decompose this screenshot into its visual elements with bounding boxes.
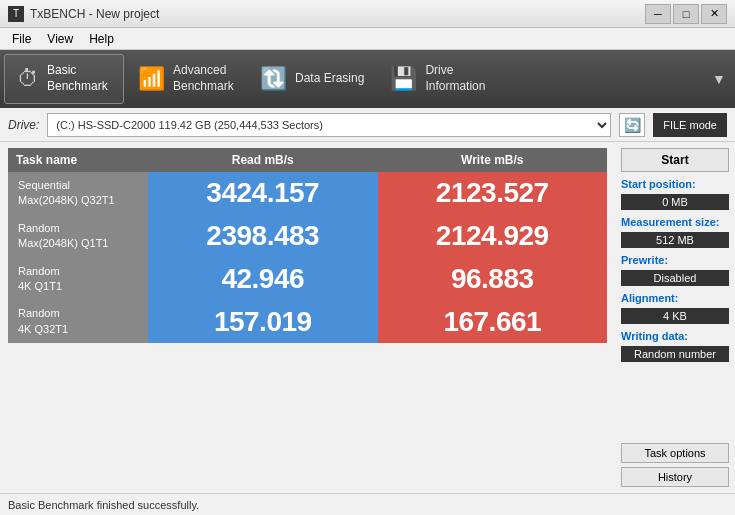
toolbar: ⏱ BasicBenchmark 📶 AdvancedBenchmark 🔃 D… [0, 50, 735, 108]
benchmark-table-area: Task name Read mB/s Write mB/s Sequentia… [0, 142, 615, 493]
tab-basic-benchmark[interactable]: ⏱ BasicBenchmark [4, 54, 124, 104]
menu-help[interactable]: Help [81, 30, 122, 48]
start-position-value: 0 MB [621, 194, 729, 210]
row-label-seq: SequentialMax(2048K) Q32T1 [8, 172, 148, 215]
row-label-rand-4k-q32: Random4K Q32T1 [8, 300, 148, 343]
erase-icon: 🔃 [260, 66, 287, 92]
start-position-label: Start position: [621, 178, 729, 190]
row-label-rand-max: RandomMax(2048K) Q1T1 [8, 215, 148, 258]
basic-benchmark-label: BasicBenchmark [47, 63, 108, 94]
bar-chart-icon: 📶 [138, 66, 165, 92]
tab-advanced-benchmark[interactable]: 📶 AdvancedBenchmark [126, 54, 246, 104]
drive-label: Drive: [8, 118, 39, 132]
app-icon: T [8, 6, 24, 22]
col-read: Read mB/s [148, 148, 378, 172]
measurement-size-value: 512 MB [621, 232, 729, 248]
measurement-size-label: Measurement size: [621, 216, 729, 228]
table-row: Random4K Q1T1 42.946 96.883 [8, 258, 607, 301]
writing-data-value: Random number [621, 346, 729, 362]
status-text: Basic Benchmark finished successfully. [8, 499, 199, 511]
drive-refresh-button[interactable]: 🔄 [619, 113, 645, 137]
drive-bar: Drive: (C:) HS-SSD-C2000 119.42 GB (250,… [0, 108, 735, 142]
menu-view[interactable]: View [39, 30, 81, 48]
seq-write-value: 2123.527 [378, 172, 608, 215]
rand-4k-q32-write-value: 167.661 [378, 300, 608, 343]
col-task-name: Task name [8, 148, 148, 172]
advanced-benchmark-label: AdvancedBenchmark [173, 63, 234, 94]
window-controls[interactable]: ─ □ ✕ [645, 4, 727, 24]
main-area: Task name Read mB/s Write mB/s Sequentia… [0, 142, 735, 493]
sidebar: Start Start position: 0 MB Measurement s… [615, 142, 735, 493]
menu-bar: File View Help [0, 28, 735, 50]
alignment-label: Alignment: [621, 292, 729, 304]
alignment-value: 4 KB [621, 308, 729, 324]
clock-icon: ⏱ [17, 66, 39, 92]
col-write: Write mB/s [378, 148, 608, 172]
drive-select[interactable]: (C:) HS-SSD-C2000 119.42 GB (250,444,533… [47, 113, 611, 137]
window-title: TxBENCH - New project [30, 7, 645, 21]
rand-4k-write-value: 96.883 [378, 258, 608, 301]
tab-drive-information[interactable]: 💾 DriveInformation [378, 54, 498, 104]
table-row: RandomMax(2048K) Q1T1 2398.483 2124.929 [8, 215, 607, 258]
row-label-rand-4k: Random4K Q1T1 [8, 258, 148, 301]
table-row: SequentialMax(2048K) Q32T1 3424.157 2123… [8, 172, 607, 215]
close-button[interactable]: ✕ [701, 4, 727, 24]
status-bar: Basic Benchmark finished successfully. [0, 493, 735, 515]
benchmark-table: Task name Read mB/s Write mB/s Sequentia… [8, 148, 607, 343]
minimize-button[interactable]: ─ [645, 4, 671, 24]
rand-max-write-value: 2124.929 [378, 215, 608, 258]
table-row: Random4K Q32T1 157.019 167.661 [8, 300, 607, 343]
task-options-button[interactable]: Task options [621, 443, 729, 463]
rand-4k-read-value: 42.946 [148, 258, 378, 301]
file-mode-button[interactable]: FILE mode [653, 113, 727, 137]
rand-4k-q32-read-value: 157.019 [148, 300, 378, 343]
history-button[interactable]: History [621, 467, 729, 487]
start-button[interactable]: Start [621, 148, 729, 172]
tab-data-erasing[interactable]: 🔃 Data Erasing [248, 54, 376, 104]
rand-max-read-value: 2398.483 [148, 215, 378, 258]
writing-data-label: Writing data: [621, 330, 729, 342]
title-bar: T TxBENCH - New project ─ □ ✕ [0, 0, 735, 28]
prewrite-label: Prewrite: [621, 254, 729, 266]
seq-read-value: 3424.157 [148, 172, 378, 215]
menu-file[interactable]: File [4, 30, 39, 48]
data-erasing-label: Data Erasing [295, 71, 364, 87]
drive-icon: 💾 [390, 66, 417, 92]
prewrite-value: Disabled [621, 270, 729, 286]
toolbar-dropdown-button[interactable]: ▼ [707, 71, 731, 87]
maximize-button[interactable]: □ [673, 4, 699, 24]
drive-information-label: DriveInformation [425, 63, 485, 94]
